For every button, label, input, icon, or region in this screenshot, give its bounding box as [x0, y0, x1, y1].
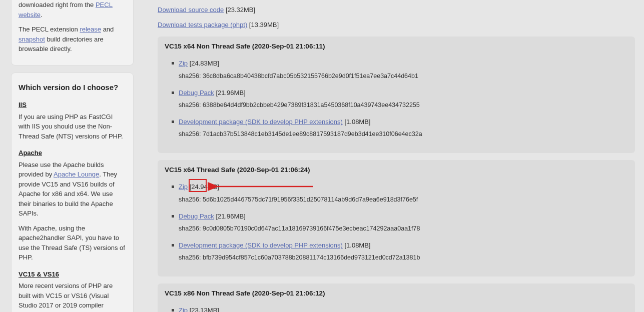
build-box: VC15 x64 Thread Safe (2020-Sep-01 21:06:… — [158, 160, 635, 276]
build-box: VC15 x86 Non Thread Safe (2020-Sep-01 21… — [158, 284, 635, 312]
pecl-release-link[interactable]: release — [80, 26, 101, 33]
sidebar-panel-pecl: downloaded right from the PECL website. … — [11, 0, 134, 66]
apache-text-2: With Apache, using the apache2handler SA… — [19, 224, 126, 262]
build-sha256: sha256: 36c8dba6ca8b40438bcfd7abc05b5321… — [179, 72, 628, 81]
build-download-size: [1.08MB] — [343, 118, 371, 126]
build-item: Zip [23.13MB] — [179, 306, 628, 312]
build-sha256: sha256: 7d1acb37b513848c1eb3145de1ee89c8… — [179, 130, 628, 139]
build-download-link[interactable]: Debug Pack — [179, 89, 214, 96]
pecl-snapshot-link[interactable]: snapshot — [19, 36, 45, 43]
build-item: Development package (SDK to develop PHP … — [179, 240, 628, 262]
build-box: VC15 x64 Non Thread Safe (2020-Sep-01 21… — [158, 36, 635, 153]
download-tests-link[interactable]: Download tests package (phpt) — [158, 21, 247, 28]
build-list: Zip [23.13MB] — [165, 306, 628, 312]
apache-text-1: Please use the Apache builds provided by… — [19, 160, 126, 218]
apache-heading: Apache — [19, 148, 126, 158]
build-sha256: sha256: bfb739d954cf857c1c60a703788b2088… — [179, 253, 628, 262]
download-tests-row: Download tests package (phpt) [13.39MB] — [158, 20, 635, 30]
build-item: Zip [24.83MB]sha256: 36c8dba6ca8b40438bc… — [179, 58, 628, 80]
build-download-size: [23.13MB] — [188, 306, 219, 312]
download-source-size: [23.32MB] — [226, 6, 255, 14]
build-item: Debug Pack [21.96MB]sha256: 6388be64d4df… — [179, 88, 628, 110]
pecl-paragraph-1: downloaded right from the PECL website. — [19, 0, 126, 20]
build-download-link[interactable]: Development package (SDK to develop PHP … — [179, 118, 343, 126]
download-tests-size: [13.39MB] — [249, 21, 279, 28]
build-sha256: sha256: 9c0d0805b70190c0d647ac11a1816973… — [179, 224, 628, 234]
build-sha256: sha256: 5d6b1025d4467575dc71f91956f3351d… — [179, 195, 628, 204]
vc-text: More recent versions of PHP are built wi… — [19, 281, 126, 312]
build-title: VC15 x64 Non Thread Safe (2020-Sep-01 21… — [165, 42, 628, 52]
pecl-paragraph-2: The PECL extension release and snapshot … — [19, 24, 126, 54]
build-download-link[interactable]: Development package (SDK to develop PHP … — [179, 242, 343, 249]
build-list: Zip [24.83MB]sha256: 36c8dba6ca8b40438bc… — [165, 58, 628, 139]
build-title: VC15 x86 Non Thread Safe (2020-Sep-01 21… — [165, 288, 628, 298]
main-content: Download source code [23.32MB] Download … — [143, 0, 644, 312]
build-download-size: [21.96MB] — [214, 212, 246, 220]
build-download-link[interactable]: Zip — [179, 306, 188, 312]
download-source-row: Download source code [23.32MB] — [158, 5, 635, 15]
vc-heading: VC15 & VS16 — [19, 270, 126, 280]
build-download-link[interactable]: Zip — [179, 60, 188, 67]
build-item: Debug Pack [21.96MB]sha256: 9c0d0805b701… — [179, 212, 628, 234]
build-download-size: [24.94MB] — [188, 183, 219, 190]
download-source-link[interactable]: Download source code — [158, 6, 224, 14]
which-version-heading: Which version do I choose? — [19, 82, 126, 94]
build-download-size: [21.96MB] — [214, 89, 246, 96]
build-download-size: [24.83MB] — [188, 60, 219, 67]
iis-text: If you are using PHP as FastCGI with IIS… — [19, 112, 126, 142]
build-download-link[interactable]: Zip — [179, 183, 188, 190]
build-item: Zip [24.94MB]sha256: 5d6b1025d4467575dc7… — [179, 182, 628, 204]
build-list: Zip [24.94MB]sha256: 5d6b1025d4467575dc7… — [165, 182, 628, 262]
sidebar-panel-which-version: Which version do I choose? IIS If you ar… — [11, 72, 134, 312]
apache-lounge-link[interactable]: Apache Lounge — [54, 170, 99, 178]
iis-heading: IIS — [19, 100, 126, 110]
build-download-link[interactable]: Debug Pack — [179, 212, 214, 220]
build-sha256: sha256: 6388be64d4df9bb2cbbeb429e7389f31… — [179, 100, 628, 110]
sidebar: downloaded right from the PECL website. … — [0, 0, 143, 312]
build-item: Development package (SDK to develop PHP … — [179, 117, 628, 139]
build-download-size: [1.08MB] — [343, 242, 371, 249]
build-title: VC15 x64 Thread Safe (2020-Sep-01 21:06:… — [165, 165, 628, 175]
